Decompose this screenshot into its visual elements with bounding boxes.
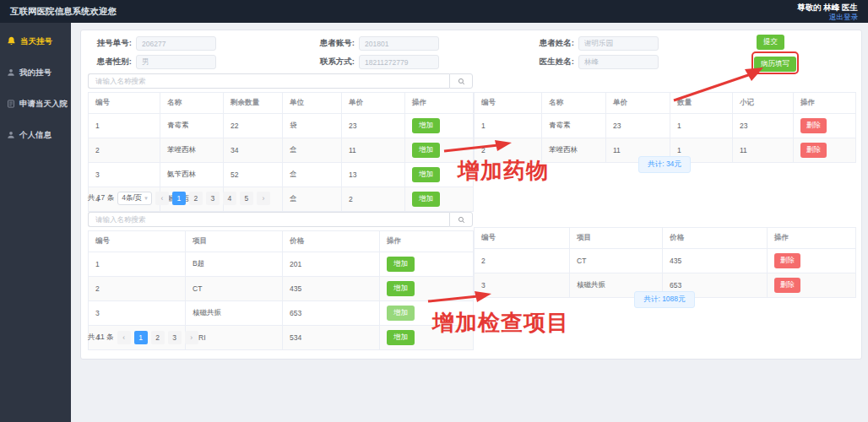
add-drug-button[interactable]: 增加 [412,143,440,158]
column-header: 名称 [542,93,606,114]
column-header: 编号 [89,231,186,252]
document-icon [7,100,15,110]
page-button[interactable]: 2 [189,192,203,205]
column-header: 编号 [475,228,570,249]
field-contact: 联系方式: [307,55,439,69]
patient-name-input[interactable] [578,36,659,51]
drug-search-bar [88,73,473,89]
registration-panel: 挂号单号: 患者性别: 患者账号: 联系方式: 患者姓名: 医生姓名: 提交 病… [80,30,862,360]
main-content: 挂号单号: 患者性别: 患者账号: 联系方式: 患者姓名: 医生姓名: 提交 病… [71,23,868,422]
table-row: 2 CT 435 删除 [475,249,856,273]
bell-icon [7,36,16,47]
selected-checks-table: 编号 项目 价格 操作 2 CT 435 删除 3 核磁共振 653 删除 [474,227,856,298]
column-header: 操作 [768,228,856,249]
logout-link[interactable]: 退出登录 [829,13,858,22]
add-check-button[interactable]: 增加 [387,306,415,321]
field-doctor-name: 医生姓名: [527,55,659,69]
check-pagination: 共 11 条 ‹ 1 2 3 › [88,331,198,344]
sidebar-item-label: 我的挂号 [19,68,52,78]
column-header: 操作 [405,93,474,114]
column-header: 项目 [186,231,283,252]
checks-total-area: 共计: 1088元 [474,289,855,308]
delete-check-button[interactable]: 删除 [774,253,800,268]
sidebar-item-personal-info[interactable]: 个人信息 [0,120,71,151]
table-row: 3 氨苄西林 52 盒 13 增加 [89,163,474,187]
patient-gender-input[interactable] [136,55,216,69]
doctor-name-input[interactable] [578,55,659,69]
registration-number-input[interactable] [136,36,216,51]
next-page-button[interactable]: › [185,331,198,344]
page-size-select[interactable]: 4条/页 ▾ [117,192,152,205]
page-button[interactable]: 3 [168,331,182,344]
table-row: 2 苯唑西林 34 盒 11 增加 [89,138,474,163]
page-button[interactable]: 1 [172,192,186,205]
delete-drug-button[interactable]: 删除 [800,118,827,133]
chevron-down-icon: ▾ [144,195,148,202]
topbar: 互联网医院信息系统欢迎您 尊敬的 林峰 医生 退出登录 [0,0,868,23]
check-search-input[interactable] [88,212,449,227]
topbar-user-area: 尊敬的 林峰 医生 退出登录 [797,1,858,22]
table-header-row: 编号 项目 价格 操作 [475,228,856,249]
app-title: 互联网医院信息系统欢迎您 [10,6,117,18]
field-patient-name: 患者姓名: [527,36,659,51]
page-button[interactable]: 3 [206,192,220,205]
sidebar-item-label: 申请当天入院 [19,99,68,110]
check-search-button[interactable] [449,212,473,227]
drugs-total-badge: 共计: 34元 [638,156,691,173]
drug-search-button[interactable] [449,73,473,89]
prev-page-button[interactable]: ‹ [155,192,169,205]
table-header-row: 编号 名称 单价 数量 小记 操作 [475,93,856,114]
sidebar-item-label: 个人信息 [19,130,52,141]
drug-search-input[interactable] [88,73,449,89]
table-row: 2 CT 435 增加 [89,277,474,301]
page-button[interactable]: 4 [223,192,236,205]
contact-input[interactable] [359,55,439,69]
sidebar-item-apply-admission[interactable]: 申请当天入院 [0,89,71,120]
sidebar-item-label: 当天挂号 [20,36,52,47]
sidebar-item-my-registration[interactable]: 我的挂号 [0,57,71,89]
table-row: 1 青霉素 23 1 23 删除 [475,114,856,138]
patient-account-input[interactable] [359,36,439,51]
column-header: 编号 [89,93,160,114]
add-drug-arrow-icon [442,138,518,155]
add-check-arrow-icon [426,290,497,306]
medical-record-arrow-icon [670,62,770,106]
column-header: 价格 [663,228,768,249]
next-page-button[interactable]: › [257,192,270,205]
page-button[interactable]: 2 [151,331,165,344]
add-check-button[interactable]: 增加 [387,330,415,345]
table-header-row: 编号 项目 价格 操作 [89,231,474,252]
check-search-bar [88,212,473,227]
sidebar-item-today-registration[interactable]: 当天挂号 [0,26,71,57]
column-header: 剩余数量 [224,93,283,114]
prev-page-button[interactable]: ‹ [117,331,131,344]
field-label: 患者账号: [307,38,355,49]
field-label: 挂号单号: [84,38,132,49]
drug-pagination: 共 17 条 4条/页 ▾ ‹ 1 2 3 4 5 › [88,192,270,205]
column-header: 单位 [283,93,342,114]
column-header: 名称 [160,93,224,114]
column-header: 价格 [283,231,380,252]
field-label: 患者性别: [84,57,132,68]
page-button[interactable]: 5 [240,192,253,205]
selected-drugs-table: 编号 名称 单价 数量 小记 操作 1 青霉素 23 1 23 删除 2 苯唑 [474,92,856,163]
add-check-button[interactable]: 增加 [387,281,415,296]
field-label: 联系方式: [307,57,355,68]
total-count: 共 17 条 [88,193,114,203]
add-check-button[interactable]: 增加 [387,257,415,272]
table-row: 1 青霉素 22 袋 23 增加 [89,114,474,138]
table-row: 1 B超 201 增加 [89,252,474,277]
submit-button[interactable]: 提交 [757,35,784,50]
add-check-annotation: 增加检查项目 [432,308,569,338]
page-button[interactable]: 1 [134,331,148,344]
column-header: 操作 [380,231,474,252]
user-icon [7,68,15,78]
column-header: 操作 [794,93,856,114]
field-registration-number: 挂号单号: [84,36,216,51]
add-drug-button[interactable]: 增加 [412,192,440,207]
column-header: 编号 [475,93,542,114]
add-drug-button[interactable]: 增加 [412,167,440,182]
table-row: 3 核磁共振 653 增加 [89,301,474,326]
field-patient-gender: 患者性别: [84,55,216,69]
add-drug-button[interactable]: 增加 [412,118,440,133]
